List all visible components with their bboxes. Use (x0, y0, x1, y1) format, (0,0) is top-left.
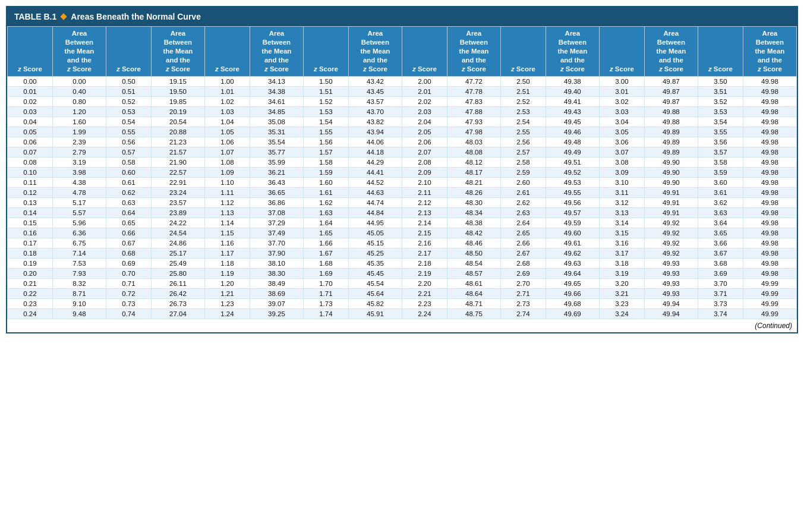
header-z5: z Score (402, 27, 447, 77)
table-cell: 49.87 (644, 96, 698, 106)
table-row: 0.197.530.6925.491.1838.101.6845.352.184… (8, 258, 797, 268)
table-cell: 1.55 (303, 127, 348, 137)
table-cell: 49.87 (644, 76, 698, 86)
table-cell: 1.61 (303, 187, 348, 197)
table-row: 0.249.480.7427.041.2439.251.7445.912.244… (8, 309, 797, 319)
table-cell: 34.38 (250, 86, 303, 96)
table-cell: 3.07 (599, 147, 644, 157)
table-cell: 1.19 (204, 268, 250, 278)
table-cell: 49.99 (743, 298, 796, 309)
table-cell: 2.60 (500, 177, 546, 187)
table-cell: 0.22 (8, 288, 53, 298)
table-cell: 1.59 (303, 167, 348, 177)
header-z2: z Score (106, 27, 151, 77)
table-cell: 2.06 (402, 137, 447, 147)
table-cell: 49.98 (743, 96, 796, 106)
table-cell: 4.38 (52, 177, 106, 187)
table-cell: 0.73 (106, 298, 151, 309)
table-cell: 0.19 (8, 258, 53, 268)
table-cell: 3.59 (698, 167, 743, 177)
header-area8: AreaBetweenthe Meanand thez Score (743, 27, 796, 77)
table-cell: 1.63 (303, 207, 348, 218)
table-cell: 49.94 (644, 298, 698, 309)
table-cell: 35.08 (250, 117, 303, 127)
table-cell: 1.51 (303, 86, 348, 96)
table-cell: 1.56 (303, 137, 348, 147)
table-cell: 2.74 (500, 309, 546, 319)
table-cell: 48.38 (447, 218, 500, 228)
table-cell: 45.35 (348, 258, 402, 268)
table-cell: 0.80 (52, 96, 106, 106)
table-row: 0.145.570.6423.891.1337.081.6344.842.134… (8, 207, 797, 218)
table-cell: 0.03 (8, 106, 53, 117)
table-cell: 37.90 (250, 248, 303, 258)
table-cell: 2.02 (402, 96, 447, 106)
table-cell: 49.99 (743, 278, 796, 288)
table-cell: 0.62 (106, 187, 151, 197)
table-cell: 1.14 (204, 218, 250, 228)
table-cell: 2.17 (402, 248, 447, 258)
table-cell: 43.94 (348, 127, 402, 137)
table-cell: 27.04 (151, 309, 204, 319)
table-cell: 35.77 (250, 147, 303, 157)
table-cell: 49.88 (644, 106, 698, 117)
table-subtitle: Areas Beneath the Normal Curve (71, 12, 201, 21)
header-area2: AreaBetweenthe Meanand thez Score (151, 27, 204, 77)
table-cell: 49.40 (546, 86, 599, 96)
table-cell: 38.69 (250, 288, 303, 298)
table-cell: 49.92 (644, 228, 698, 238)
table-cell: 1.99 (52, 127, 106, 137)
table-cell: 0.08 (8, 157, 53, 167)
table-cell: 49.89 (644, 147, 698, 157)
table-cell: 48.21 (447, 177, 500, 187)
table-cell: 48.17 (447, 167, 500, 177)
table-cell: 25.17 (151, 248, 204, 258)
table-cell: 49.99 (743, 288, 796, 298)
table-cell: 49.88 (644, 117, 698, 127)
table-cell: 3.73 (698, 298, 743, 309)
table-cell: 49.41 (546, 96, 599, 106)
table-cell: 26.73 (151, 298, 204, 309)
table-cell: 47.72 (447, 76, 500, 86)
table-cell: 3.19 (599, 268, 644, 278)
table-row: 0.228.710.7226.421.2138.691.7145.642.214… (8, 288, 797, 298)
table-cell: 49.38 (546, 76, 599, 86)
table-cell: 49.57 (546, 207, 599, 218)
table-cell: 38.49 (250, 278, 303, 288)
table-cell: 26.11 (151, 278, 204, 288)
table-cell: 2.64 (500, 218, 546, 228)
table-cell: 0.70 (106, 268, 151, 278)
table-cell: 2.03 (402, 106, 447, 117)
table-cell: 3.70 (698, 278, 743, 288)
header-area7: AreaBetweenthe Meanand thez Score (644, 27, 698, 77)
header-z1: z Score (8, 27, 53, 77)
table-cell: 47.83 (447, 96, 500, 106)
table-cell: 3.71 (698, 288, 743, 298)
table-cell: 3.69 (698, 268, 743, 278)
table-cell: 23.57 (151, 197, 204, 207)
table-cell: 0.00 (52, 76, 106, 86)
table-cell: 2.01 (402, 86, 447, 96)
table-cell: 48.71 (447, 298, 500, 309)
table-cell: 1.70 (303, 278, 348, 288)
table-cell: 49.98 (743, 268, 796, 278)
table-cell: 49.66 (546, 288, 599, 298)
table-cell: 49.46 (546, 127, 599, 137)
table-cell: 44.84 (348, 207, 402, 218)
table-cell: 1.50 (303, 76, 348, 86)
table-cell: 34.85 (250, 106, 303, 117)
table-cell: 0.07 (8, 147, 53, 157)
table-cell: 5.96 (52, 218, 106, 228)
table-cell: 1.11 (204, 187, 250, 197)
table-cell: 49.91 (644, 207, 698, 218)
table-cell: 49.98 (743, 218, 796, 228)
table-cell: 49.93 (644, 288, 698, 298)
table-cell: 44.06 (348, 137, 402, 147)
table-cell: 3.21 (599, 288, 644, 298)
table-cell: 43.45 (348, 86, 402, 96)
table-cell: 45.64 (348, 288, 402, 298)
table-cell: 1.60 (303, 177, 348, 187)
table-cell: 1.68 (303, 258, 348, 268)
table-cell: 1.12 (204, 197, 250, 207)
table-cell: 2.15 (402, 228, 447, 238)
